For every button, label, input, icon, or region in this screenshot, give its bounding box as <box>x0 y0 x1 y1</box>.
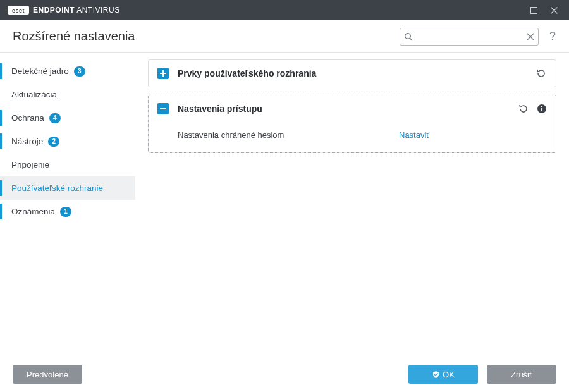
close-button[interactable] <box>544 0 564 20</box>
sidebar-badge: 4 <box>49 113 61 123</box>
sidebar-item-label: Detekčné jadro <box>11 66 69 76</box>
panel-title: Nastavenia prístupu <box>178 104 510 114</box>
maximize-button[interactable] <box>523 0 544 20</box>
sidebar-item-label: Oznámenia <box>11 207 55 216</box>
cancel-button[interactable]: Zrušiť <box>487 365 556 384</box>
app-title: ENDPOINT ANTIVIRUS <box>33 6 120 15</box>
page-title: Rozšírené nastavenia <box>13 29 135 44</box>
panel-title: Prvky používateľského rozhrania <box>178 68 528 78</box>
sidebar-item-label: Aktualizácia <box>11 90 57 99</box>
svg-rect-9 <box>541 108 542 111</box>
svg-rect-2 <box>530 7 537 13</box>
sidebar-item-detection-core[interactable]: Detekčné jadro 3 <box>0 59 135 83</box>
sidebar-badge: 3 <box>74 66 85 77</box>
default-button[interactable]: Predvolené <box>13 365 82 384</box>
reset-icon[interactable] <box>518 103 529 114</box>
search-box[interactable] <box>400 28 539 46</box>
setting-row-password-protected: Nastavenia chránené heslom Nastaviť <box>178 126 547 144</box>
panel-body-access-settings: Nastavenia chránené heslom Nastaviť <box>149 122 556 152</box>
panel-header-access-settings[interactable]: Nastavenia prístupu <box>149 95 556 122</box>
sidebar-item-connection[interactable]: Pripojenie <box>0 153 135 176</box>
help-button[interactable]: ? <box>546 30 559 43</box>
setting-label: Nastavenia chránené heslom <box>178 130 399 140</box>
header: Rozšírené nastavenia ? <box>0 20 569 53</box>
sidebar-item-update[interactable]: Aktualizácia <box>0 83 135 106</box>
sidebar-item-label: Používateľské rozhranie <box>11 183 103 193</box>
sidebar-item-label: Nástroje <box>11 137 43 146</box>
info-icon[interactable] <box>537 104 547 114</box>
shield-icon <box>432 371 440 379</box>
search-clear-icon[interactable] <box>527 33 534 40</box>
panel-access-settings: Nastavenia prístupu Na <box>148 95 556 153</box>
sidebar-badge: 1 <box>60 207 71 217</box>
sidebar-badge: 2 <box>48 137 59 147</box>
footer: Predvolené OK Zrušiť <box>0 357 569 392</box>
panel-ui-elements: Prvky používateľského rozhrania <box>148 59 556 87</box>
panel-header-ui-elements[interactable]: Prvky používateľského rozhrania <box>149 60 556 87</box>
reset-icon[interactable] <box>535 68 547 79</box>
sidebar-item-protection[interactable]: Ochrana 4 <box>0 106 135 130</box>
sidebar-item-user-interface[interactable]: Používateľské rozhranie <box>0 176 135 200</box>
search-icon <box>404 32 413 41</box>
sidebar-item-label: Ochrana <box>11 113 44 123</box>
sidebar: Detekčné jadro 3 Aktualizácia Ochrana 4 … <box>0 53 135 357</box>
sidebar-item-notifications[interactable]: Oznámenia 1 <box>0 200 135 223</box>
titlebar: eset ENDPOINT ANTIVIRUS <box>0 0 569 20</box>
expand-icon <box>157 68 169 79</box>
svg-line-4 <box>410 38 412 40</box>
setting-action-link[interactable]: Nastaviť <box>399 130 429 140</box>
svg-point-3 <box>405 33 411 39</box>
search-input[interactable] <box>413 32 527 41</box>
ok-button[interactable]: OK <box>408 365 478 384</box>
svg-text:eset: eset <box>12 8 25 14</box>
sidebar-item-label: Pripojenie <box>11 160 49 169</box>
svg-point-8 <box>541 106 542 107</box>
sidebar-item-tools[interactable]: Nástroje 2 <box>0 130 135 153</box>
brand-logo: eset <box>8 6 29 15</box>
content: Prvky používateľského rozhrania <box>135 53 569 357</box>
collapse-icon <box>157 103 169 114</box>
